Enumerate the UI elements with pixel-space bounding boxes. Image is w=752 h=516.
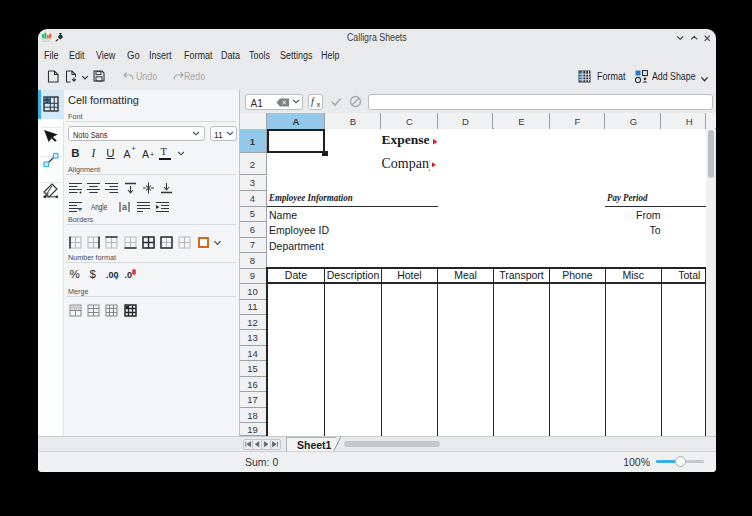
svg-text:a: a (122, 202, 127, 212)
